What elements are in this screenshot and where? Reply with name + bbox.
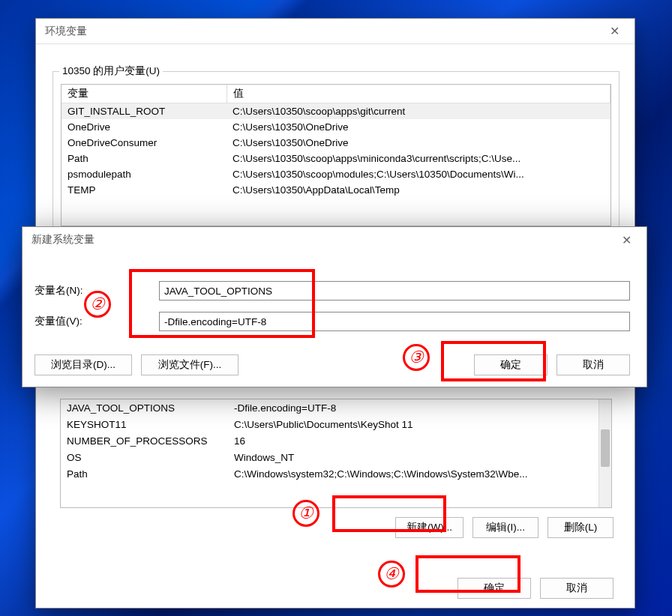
- env-dialog-button-row: 确定 取消: [458, 578, 614, 599]
- cell-value: -Dfile.encoding=UTF-8: [228, 399, 611, 416]
- col-value[interactable]: 值: [226, 85, 610, 103]
- cell-name: JAVA_TOOL_OPTIONS: [61, 399, 228, 416]
- cell-name: Path: [62, 151, 226, 166]
- cell-name: OS: [61, 449, 228, 465]
- name-row: 变量名(N):: [34, 281, 630, 301]
- user-vars-table: 变量 值 GIT_INSTALL_ROOTC:\Users\10350\scoo…: [62, 85, 610, 198]
- value-label: 变量值(V):: [34, 315, 159, 328]
- table-row[interactable]: psmodulepathC:\Users\10350\scoop\modules…: [62, 166, 610, 182]
- ok-button[interactable]: 确定: [474, 354, 548, 375]
- variable-name-input[interactable]: [159, 281, 630, 301]
- table-row[interactable]: PathC:\Windows\system32;C:\Windows;C:\Wi…: [61, 465, 611, 482]
- new-button[interactable]: 新建(W)...: [395, 517, 464, 538]
- value-row: 变量值(V):: [34, 312, 630, 331]
- user-vars-label: 10350 的用户变量(U): [59, 64, 163, 78]
- env-dialog-title: 环境变量: [45, 25, 87, 38]
- table-row[interactable]: KEYSHOT11C:\Users\Public\Documents\KeySh…: [61, 416, 611, 432]
- close-icon[interactable]: ✕: [604, 24, 626, 38]
- table-row[interactable]: GIT_INSTALL_ROOTC:\Users\10350\scoop\app…: [62, 103, 610, 120]
- col-name[interactable]: 变量: [62, 85, 226, 103]
- cell-value: C:\Users\10350\scoop\modules;C:\Users\10…: [226, 166, 610, 182]
- cell-name: NUMBER_OF_PROCESSORS: [61, 432, 228, 449]
- cell-value: C:\Windows\system32;C:\Windows;C:\Window…: [228, 465, 611, 482]
- browse-button-row: 浏览目录(D)... 浏览文件(F)...: [34, 354, 238, 375]
- cell-value: C:\Users\10350\OneDrive: [226, 119, 610, 135]
- cell-value: C:\Users\Public\Documents\KeyShot 11: [228, 416, 611, 432]
- name-label: 变量名(N):: [34, 284, 159, 298]
- new-dialog-title: 新建系统变量: [32, 233, 94, 247]
- table-row[interactable]: TEMPC:\Users\10350\AppData\Local\Temp: [62, 182, 610, 198]
- browse-file-button[interactable]: 浏览文件(F)...: [141, 354, 238, 375]
- cancel-button[interactable]: 取消: [540, 578, 614, 599]
- cell-name: OneDriveConsumer: [62, 135, 226, 151]
- cancel-button[interactable]: 取消: [556, 354, 630, 375]
- env-dialog-titlebar[interactable]: 环境变量 ✕: [36, 19, 634, 44]
- cell-name: OneDrive: [62, 119, 226, 135]
- cell-value: C:\Users\10350\OneDrive: [226, 135, 610, 151]
- table-row[interactable]: PathC:\Users\10350\scoop\apps\miniconda3…: [62, 151, 610, 166]
- system-vars-table: JAVA_TOOL_OPTIONS-Dfile.encoding=UTF-8KE…: [61, 399, 611, 482]
- cell-name: psmodulepath: [62, 166, 226, 182]
- cell-value: 16: [228, 432, 611, 449]
- close-icon[interactable]: ✕: [616, 233, 638, 247]
- system-button-row: 新建(W)... 编辑(I)... 删除(L): [395, 517, 614, 538]
- cell-value: Windows_NT: [228, 449, 611, 465]
- scrollbar[interactable]: [598, 399, 611, 507]
- table-row[interactable]: JAVA_TOOL_OPTIONS-Dfile.encoding=UTF-8: [61, 399, 611, 416]
- new-dialog-titlebar[interactable]: 新建系统变量 ✕: [22, 227, 646, 253]
- browse-dir-button[interactable]: 浏览目录(D)...: [34, 354, 132, 375]
- ok-button[interactable]: 确定: [458, 578, 531, 599]
- table-row[interactable]: NUMBER_OF_PROCESSORS16: [61, 432, 611, 449]
- cell-name: GIT_INSTALL_ROOT: [62, 103, 226, 120]
- cell-value: C:\Users\10350\AppData\Local\Temp: [226, 182, 610, 198]
- new-dialog-button-row: 确定 取消: [474, 354, 630, 375]
- cell-value: C:\Users\10350\scoop\apps\git\current: [226, 103, 610, 120]
- user-vars-group: 10350 的用户变量(U) 变量 值 GIT_INSTALL_ROOTC:\U…: [52, 71, 620, 244]
- cell-name: KEYSHOT11: [61, 416, 228, 432]
- cell-name: Path: [61, 465, 228, 482]
- table-row[interactable]: OneDriveConsumerC:\Users\10350\OneDrive: [62, 135, 610, 151]
- edit-button[interactable]: 编辑(I)...: [472, 517, 538, 538]
- delete-button[interactable]: 删除(L): [548, 517, 614, 538]
- table-row[interactable]: OSWindows_NT: [61, 449, 611, 465]
- table-row[interactable]: OneDriveC:\Users\10350\OneDrive: [62, 119, 610, 135]
- system-vars-table-wrap[interactable]: JAVA_TOOL_OPTIONS-Dfile.encoding=UTF-8KE…: [60, 399, 612, 508]
- cell-name: TEMP: [62, 182, 226, 198]
- variable-value-input[interactable]: [159, 312, 630, 331]
- new-sysvar-dialog: 新建系统变量 ✕ 变量名(N): 变量值(V): 浏览目录(D)... 浏览文件…: [22, 226, 647, 387]
- cell-value: C:\Users\10350\scoop\apps\miniconda3\cur…: [226, 151, 610, 166]
- user-vars-table-wrap[interactable]: 变量 值 GIT_INSTALL_ROOTC:\Users\10350\scoo…: [61, 84, 611, 226]
- scrollbar-thumb[interactable]: [601, 429, 610, 467]
